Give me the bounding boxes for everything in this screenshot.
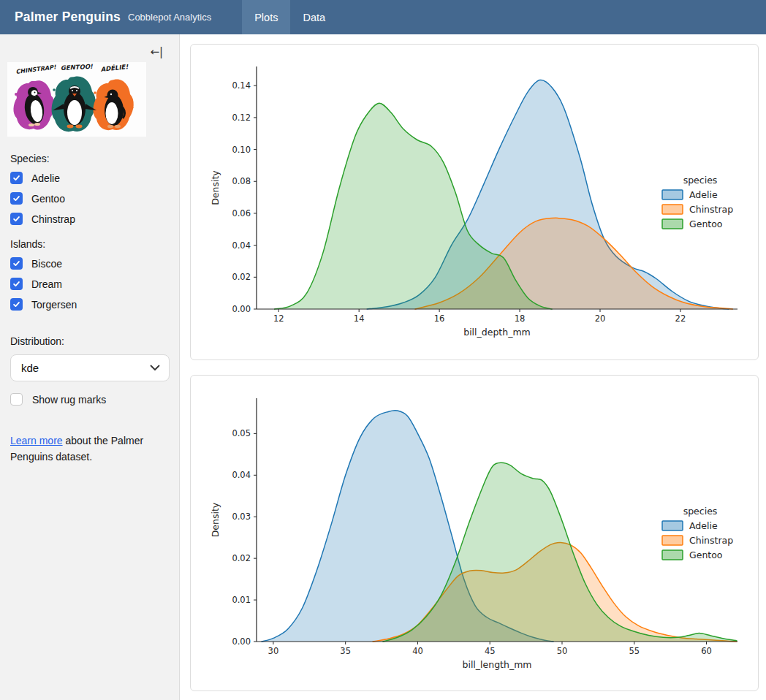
checkbox-label-torgersen: Torgersen	[31, 299, 77, 311]
svg-text:0.14: 0.14	[232, 80, 251, 91]
check-icon	[12, 215, 20, 223]
svg-text:0.02: 0.02	[232, 272, 251, 282]
svg-text:species: species	[683, 175, 718, 186]
checkbox-label-chinstrap: Chinstrap	[31, 213, 75, 225]
svg-text:0.06: 0.06	[232, 208, 251, 218]
checkbox-label-gentoo: Gentoo	[31, 193, 65, 205]
svg-text:22: 22	[675, 313, 686, 324]
svg-text:Density: Density	[210, 170, 221, 205]
svg-text:Gentoo: Gentoo	[689, 549, 723, 560]
bill-depth-plot-card: 1214161820220.000.020.040.060.080.100.12…	[190, 44, 759, 360]
svg-text:12: 12	[273, 313, 284, 324]
sidebar: ←|	[0, 34, 180, 700]
svg-text:Adelie: Adelie	[689, 520, 718, 531]
svg-text:0.04: 0.04	[232, 470, 251, 480]
svg-text:45: 45	[485, 646, 496, 656]
svg-text:Adelie: Adelie	[689, 189, 718, 200]
checkbox-row-dream[interactable]: Dream	[10, 278, 169, 290]
bill-length-kde-chart: 303540455055600.000.010.020.030.040.05bi…	[191, 376, 758, 691]
rug-marks-row[interactable]: Show rug marks	[10, 393, 169, 406]
penguin-artwork: CHINSTRAP! GENTOO! ADÉLIE!	[7, 62, 146, 137]
svg-text:0.08: 0.08	[232, 176, 251, 186]
check-icon	[12, 194, 20, 202]
checkbox-adelie[interactable]	[10, 172, 23, 184]
collapse-left-icon: ←|	[150, 45, 163, 58]
app-title: Palmer Penguins	[15, 9, 121, 25]
bill-length-plot-card: 303540455055600.000.010.020.030.040.05bi…	[190, 375, 759, 691]
distribution-label: Distribution:	[10, 335, 169, 347]
checkbox-row-torgersen[interactable]: Torgersen	[10, 298, 169, 311]
chevron-down-icon	[150, 365, 160, 371]
svg-text:0.02: 0.02	[232, 553, 251, 563]
svg-text:0.03: 0.03	[232, 511, 251, 522]
checkbox-row-adelie[interactable]: Adelie	[10, 172, 169, 184]
checkbox-gentoo[interactable]	[10, 192, 23, 205]
tab-plots[interactable]: Plots	[242, 0, 290, 34]
svg-text:0.04: 0.04	[232, 240, 251, 251]
checkbox-row-chinstrap[interactable]: Chinstrap	[10, 213, 169, 225]
checkbox-chinstrap[interactable]	[10, 213, 23, 225]
checkbox-biscoe[interactable]	[10, 257, 23, 270]
distribution-select-value: kde	[21, 362, 150, 374]
svg-text:Gentoo: Gentoo	[689, 218, 723, 229]
checkbox-label-adelie: Adelie	[31, 172, 60, 184]
bill-depth-kde-chart: 1214161820220.000.020.040.060.080.100.12…	[191, 45, 758, 359]
svg-text:0.00: 0.00	[232, 304, 251, 314]
svg-text:bill_depth_mm: bill_depth_mm	[463, 327, 531, 338]
islands-group-label: Islands:	[10, 238, 169, 250]
svg-text:species: species	[683, 506, 718, 517]
svg-text:50: 50	[557, 646, 568, 656]
checkbox-row-biscoe[interactable]: Biscoe	[10, 257, 169, 270]
checkbox-row-gentoo[interactable]: Gentoo	[10, 192, 169, 205]
svg-text:18: 18	[515, 313, 526, 324]
svg-text:55: 55	[629, 646, 640, 656]
svg-text:35: 35	[340, 646, 351, 656]
svg-text:0.05: 0.05	[232, 428, 251, 438]
rug-marks-label: Show rug marks	[32, 394, 106, 406]
svg-text:0.12: 0.12	[232, 113, 251, 123]
app-subtitle: Cobblepot Analytics	[128, 12, 211, 23]
checkbox-torgersen[interactable]	[10, 298, 23, 311]
learn-more-link[interactable]: Learn more	[10, 435, 63, 446]
brand: Palmer Penguins Cobblepot Analytics	[0, 0, 211, 34]
rug-marks-checkbox[interactable]	[10, 393, 23, 406]
svg-text:14: 14	[354, 313, 365, 324]
species-group-label: Species:	[10, 153, 169, 164]
svg-text:20: 20	[595, 313, 606, 324]
distribution-select[interactable]: kde	[10, 354, 170, 381]
svg-text:30: 30	[268, 646, 279, 656]
tab-data[interactable]: Data	[290, 0, 338, 34]
svg-text:0.01: 0.01	[232, 595, 251, 605]
main-content: 1214161820220.000.020.040.060.080.100.12…	[180, 34, 766, 700]
checkbox-label-biscoe: Biscoe	[31, 258, 62, 270]
sidebar-collapse-button[interactable]: ←|	[150, 45, 163, 58]
checkbox-label-dream: Dream	[31, 278, 62, 290]
svg-text:16: 16	[434, 313, 445, 324]
svg-text:Chinstrap: Chinstrap	[689, 204, 733, 215]
checkbox-dream[interactable]	[10, 278, 23, 290]
footer-note: Learn more about the Palmer Penguins dat…	[10, 433, 156, 465]
check-icon	[12, 174, 20, 182]
svg-text:0.00: 0.00	[232, 636, 251, 647]
svg-text:Chinstrap: Chinstrap	[689, 535, 733, 546]
svg-text:bill_length_mm: bill_length_mm	[462, 659, 531, 670]
check-icon	[12, 259, 20, 267]
check-icon	[12, 300, 20, 308]
navbar: Palmer Penguins Cobblepot Analytics Plot…	[0, 0, 766, 34]
check-icon	[12, 280, 20, 288]
svg-text:60: 60	[701, 646, 712, 656]
nav-tabs: Plots Data	[242, 0, 338, 34]
svg-text:0.10: 0.10	[232, 145, 251, 155]
svg-text:Density: Density	[210, 502, 221, 537]
svg-text:40: 40	[412, 646, 423, 656]
